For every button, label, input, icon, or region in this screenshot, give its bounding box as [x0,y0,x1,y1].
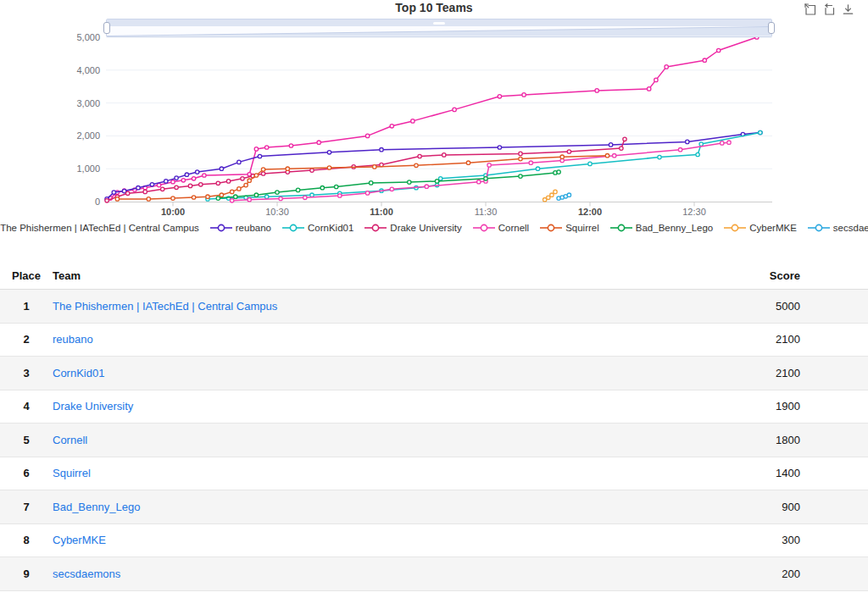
data-point-marker[interactable] [415,163,418,167]
data-point-marker[interactable] [237,187,241,191]
data-point-marker[interactable] [136,186,140,190]
data-point-marker[interactable] [620,147,623,150]
team-link[interactable]: Cornell [53,434,87,446]
download-icon[interactable] [842,3,854,16]
data-point-marker[interactable] [115,197,119,201]
legend-item[interactable]: CyberMKE [724,223,797,233]
data-point-marker[interactable] [216,197,220,200]
data-point-marker[interactable] [477,180,481,184]
data-point-marker[interactable] [254,193,258,197]
data-point-marker[interactable] [529,161,532,164]
data-point-marker[interactable] [439,177,442,180]
data-point-marker[interactable] [613,154,616,158]
data-point-marker[interactable] [241,177,244,180]
data-point-marker[interactable] [554,190,557,193]
legend-item[interactable]: reubano [210,223,271,233]
data-point-marker[interactable] [536,167,539,170]
data-point-marker[interactable] [143,190,147,193]
data-point-marker[interactable] [654,78,658,81]
data-point-marker[interactable] [265,146,269,149]
legend-item[interactable]: Cornell [473,223,529,233]
data-point-marker[interactable] [248,179,251,182]
data-point-marker[interactable] [296,188,299,191]
data-point-marker[interactable] [453,108,456,111]
data-point-marker[interactable] [623,137,626,141]
data-point-marker[interactable] [560,155,564,158]
data-point-marker[interactable] [254,174,258,177]
data-point-marker[interactable] [220,193,223,197]
data-point-marker[interactable] [231,190,234,193]
data-point-marker[interactable] [567,193,570,197]
legend-item[interactable]: secsdaemons [808,223,868,233]
data-point-marker[interactable] [338,194,342,197]
data-point-marker[interactable] [234,195,237,198]
data-point-marker[interactable] [317,141,320,144]
data-point-marker[interactable] [442,153,446,157]
series-line[interactable] [110,37,757,198]
data-point-marker[interactable] [261,168,264,171]
data-point-marker[interactable] [370,181,373,185]
data-point-marker[interactable] [310,193,314,197]
data-point-marker[interactable] [188,184,192,187]
data-point-marker[interactable] [557,170,560,174]
data-point-marker[interactable] [408,180,411,184]
data-point-marker[interactable] [665,65,668,69]
data-point-marker[interactable] [519,152,522,155]
data-point-marker[interactable] [199,183,203,186]
data-point-marker[interactable] [380,148,383,152]
data-point-marker[interactable] [279,197,282,200]
box-zoom-icon[interactable] [804,3,817,16]
data-point-marker[interactable] [390,187,393,191]
datazoom-grip-icon[interactable] [433,22,445,25]
data-point-marker[interactable] [237,160,241,163]
data-point-marker[interactable] [231,199,234,202]
data-point-marker[interactable] [254,147,258,151]
data-point-marker[interactable] [161,187,164,191]
data-point-marker[interactable] [365,134,369,137]
data-point-marker[interactable] [609,143,612,147]
data-point-marker[interactable] [567,150,570,153]
data-point-marker[interactable] [150,183,153,186]
data-point-marker[interactable] [466,161,470,164]
series-the-phishermen-iateched-central-campus[interactable] [108,36,759,201]
data-point-marker[interactable] [248,198,251,202]
data-point-marker[interactable] [303,196,307,199]
legend-item[interactable]: Drake University [364,223,461,233]
data-point-marker[interactable] [289,144,292,147]
data-point-marker[interactable] [519,157,522,160]
data-point-marker[interactable] [487,163,491,167]
data-point-marker[interactable] [171,180,175,184]
data-point-marker[interactable] [605,154,609,158]
data-point-marker[interactable] [519,174,522,178]
data-point-marker[interactable] [484,177,487,180]
series-secsdaemons[interactable] [557,193,571,200]
restore-icon[interactable] [823,3,836,16]
data-point-marker[interactable] [175,176,178,180]
datazoom-slider[interactable] [106,19,772,37]
data-point-marker[interactable] [550,193,554,197]
data-point-marker[interactable] [335,185,338,188]
team-link[interactable]: reubano [53,333,93,346]
data-point-marker[interactable] [547,196,550,199]
series-line[interactable] [232,142,729,201]
data-point-marker[interactable] [696,152,699,156]
data-point-marker[interactable] [425,185,428,188]
data-point-marker[interactable] [265,195,269,198]
data-point-marker[interactable] [699,142,703,146]
series-reubano[interactable] [105,130,762,201]
data-point-marker[interactable] [203,174,206,177]
data-point-marker[interactable] [171,197,175,200]
legend-item[interactable]: CornKid01 [282,223,353,233]
data-point-marker[interactable] [390,125,393,128]
data-point-marker[interactable] [717,48,721,52]
data-point-marker[interactable] [275,191,279,194]
data-point-marker[interactable] [727,141,731,144]
data-point-marker[interactable] [244,183,248,186]
data-point-marker[interactable] [418,154,421,158]
data-point-marker[interactable] [327,151,331,154]
data-point-marker[interactable] [703,58,706,62]
data-point-marker[interactable] [327,166,331,169]
team-link[interactable]: CyberMKE [53,534,106,546]
legend-item[interactable]: The Phishermen | IATechEd | Central Camp… [0,223,199,233]
legend-item[interactable]: Squirrel [540,223,599,233]
